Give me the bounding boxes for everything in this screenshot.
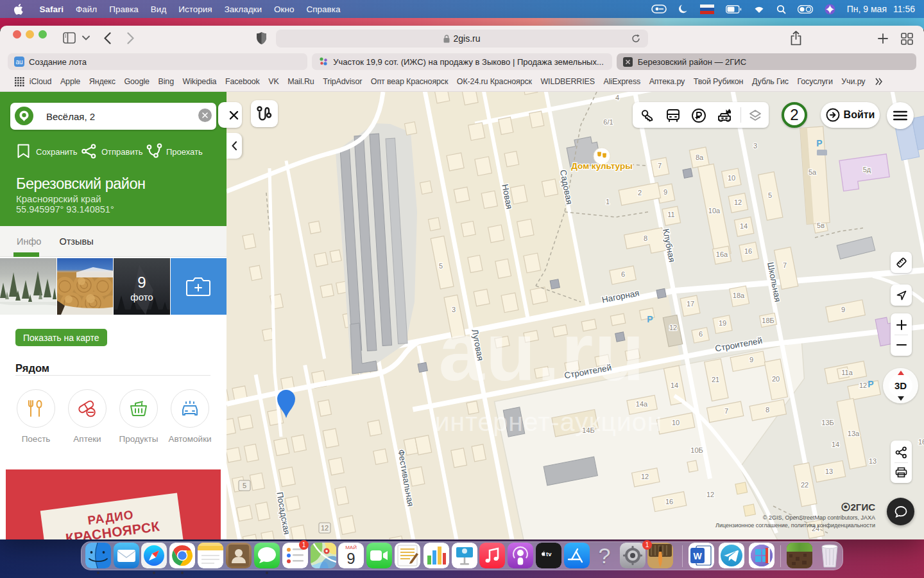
svg-text:19: 19 [719, 319, 726, 327]
svg-text:16: 16 [744, 247, 752, 255]
svg-text:14: 14 [740, 222, 748, 230]
svg-text:5: 5 [768, 191, 772, 199]
svg-text:13Б: 13Б [821, 419, 834, 426]
svg-text:Лицензионное соглашение, полит: Лицензионное соглашение, политика конфид… [715, 522, 875, 529]
svg-text:5д: 5д [863, 166, 871, 173]
svg-text:9: 9 [663, 188, 667, 196]
svg-text:9: 9 [346, 550, 355, 567]
svg-text:Дом культуры: Дом культуры [571, 161, 632, 171]
svg-text:12: 12 [859, 381, 867, 389]
svg-text:W: W [693, 551, 702, 561]
svg-text:8: 8 [766, 406, 769, 414]
svg-text:22: 22 [801, 481, 809, 489]
svg-text:12: 12 [321, 524, 329, 532]
svg-text:16: 16 [918, 438, 924, 446]
svg-text:17: 17 [687, 300, 694, 308]
svg-text:Р: Р [868, 379, 873, 389]
svg-text:9: 9 [841, 306, 845, 313]
svg-text:10: 10 [672, 419, 680, 426]
svg-text:1: 1 [606, 198, 610, 206]
svg-text:12: 12 [706, 491, 714, 498]
svg-text:5в: 5в [817, 222, 825, 229]
svg-text:интернет-аукцион: интернет-аукцион [435, 407, 663, 437]
svg-text:14: 14 [671, 381, 678, 389]
svg-text:20: 20 [772, 375, 780, 383]
svg-text:6/1: 6/1 [603, 118, 613, 126]
svg-text:10а: 10а [708, 207, 721, 215]
svg-text:7: 7 [783, 261, 787, 269]
svg-text:11а: 11а [841, 369, 853, 376]
svg-text:Р: Р [647, 314, 653, 324]
svg-text:13: 13 [869, 457, 877, 465]
svg-text:18Б: 18Б [762, 317, 774, 324]
svg-text:2: 2 [638, 189, 642, 197]
svg-text:12: 12 [641, 473, 649, 480]
svg-text:4: 4 [615, 94, 619, 101]
svg-text:⦿2ГИС: ⦿2ГИС [841, 502, 876, 512]
svg-text:7: 7 [724, 407, 728, 415]
svg-text:5: 5 [439, 262, 443, 270]
svg-text:14а: 14а [636, 400, 648, 408]
svg-text:au.ru: au.ru [439, 306, 646, 398]
svg-text:14Б: 14Б [582, 426, 594, 434]
svg-text:6: 6 [621, 270, 625, 278]
svg-text:14: 14 [832, 441, 839, 448]
svg-text:11: 11 [667, 211, 674, 218]
svg-text:tv: tv [546, 550, 552, 557]
svg-text:5: 5 [243, 482, 246, 489]
svg-text:© 2GIS, OpenStreetMap contribu: © 2GIS, OpenStreetMap contributors, JAXA [763, 514, 875, 521]
svg-text:9: 9 [749, 356, 753, 363]
svg-text:5а: 5а [809, 168, 817, 176]
svg-text:18а: 18а [733, 292, 745, 299]
svg-text:13а: 13а [848, 430, 860, 437]
svg-text:7: 7 [658, 162, 662, 170]
svg-text:8а: 8а [696, 153, 704, 161]
svg-text:13: 13 [825, 468, 833, 475]
svg-text:8: 8 [644, 234, 647, 242]
svg-text:3: 3 [452, 306, 456, 313]
svg-text:12: 12 [734, 198, 742, 206]
svg-text:12: 12 [669, 324, 677, 331]
svg-text:6: 6 [699, 330, 703, 338]
svg-text:10Б: 10Б [690, 446, 703, 454]
svg-text:10: 10 [728, 174, 735, 182]
svg-text:16: 16 [665, 498, 673, 505]
svg-text:3: 3 [753, 142, 757, 150]
svg-text:21: 21 [712, 376, 719, 383]
svg-text:16а: 16а [716, 250, 728, 258]
svg-text:Р: Р [816, 138, 822, 148]
